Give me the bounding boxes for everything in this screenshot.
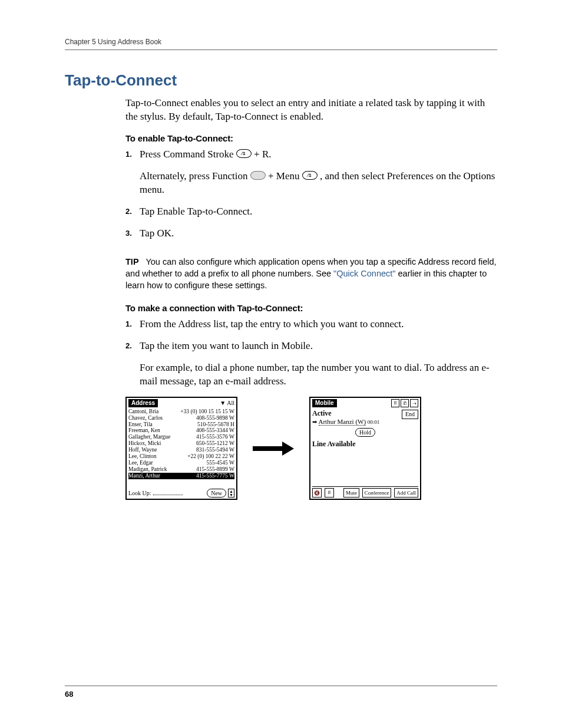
quick-connect-link[interactable]: "Quick Connect" — [333, 269, 395, 278]
conference-button[interactable]: Conference — [362, 488, 391, 498]
make-heading: To make a connection with Tap-to-Connect… — [125, 303, 497, 313]
call-timer: 00:01 — [368, 419, 380, 425]
address-row[interactable]: Gallagher, Margue415-555-3576 W — [128, 434, 234, 440]
intro-paragraph: Tap-to-Connect enables you to select an … — [125, 97, 497, 124]
address-row[interactable]: Lee, Clinton+22 (0) 100 22 22 W — [128, 453, 234, 460]
address-row[interactable]: Chavez, Carlos408-555-9898 W — [128, 415, 234, 421]
address-title: Address — [128, 399, 158, 407]
address-row[interactable]: Lee, Edgar555-4545 W — [128, 460, 234, 466]
address-row[interactable]: Hickox, Micki650-555-1212 W — [128, 440, 234, 447]
chapter-header: Chapter 5 Using Address Book — [65, 38, 497, 50]
speed-dial-icon[interactable]: ⇢ — [410, 399, 418, 407]
address-row[interactable]: Enser, Tila510-555-5678 H — [128, 421, 234, 428]
step-number: 2. — [125, 340, 140, 350]
lookup-input[interactable] — [153, 490, 183, 495]
step1-text-a: Press Command Stroke — [140, 149, 236, 160]
keypad-icon[interactable]: ⠿ — [391, 399, 399, 407]
active-caller[interactable]: Arthur Manzi (W) — [319, 418, 366, 426]
function-key-icon — [250, 171, 266, 180]
address-filter[interactable]: ▼ All — [220, 400, 234, 407]
tip-block: TIP You can also configure which applica… — [125, 256, 497, 292]
step-number: 1. — [125, 148, 140, 159]
speaker-icon[interactable]: 🔇 — [312, 488, 322, 498]
enable-step-1: 1. Press Command Stroke ⁄ꜱ + R. — [125, 148, 497, 162]
enable-alternate: Alternately, press Function + Menu ⁄ꜱ , … — [140, 170, 497, 197]
phone-icon[interactable]: ✆ — [401, 399, 409, 407]
page-number: 68 — [65, 686, 497, 699]
active-label: Active — [312, 410, 379, 418]
tip-label: TIP — [125, 257, 139, 266]
step1-text-b: + R. — [254, 149, 271, 160]
mute-button[interactable]: Mute — [343, 488, 359, 498]
lookup-label: Look Up: — [128, 490, 151, 497]
address-row[interactable]: Manzi, Arthur415-555-7775 W — [128, 473, 234, 479]
menu-key-icon: ⁄ꜱ — [302, 171, 318, 180]
end-button[interactable]: End — [402, 410, 418, 419]
make-step-1: 1. From the Address list, tap the entry … — [125, 318, 497, 331]
address-row[interactable]: Freeman, Ken408-555-3344 W — [128, 427, 234, 434]
address-row[interactable]: Hoff, Wayne831-555-5494 W — [128, 447, 234, 453]
arrow-right-icon — [253, 443, 294, 454]
enable-step-3: 3. Tap OK. — [125, 227, 497, 241]
step-number: 1. — [125, 318, 140, 328]
make-example: For example, to dial a phone number, tap… — [140, 361, 497, 388]
section-title: Tap-to-Connect — [65, 71, 497, 90]
enable-heading: To enable Tap-to-Connect: — [125, 133, 497, 143]
address-screen: Address ▼ All Cantoni, Bria+33 (0) 100 1… — [125, 397, 237, 500]
step-number: 2. — [125, 205, 140, 216]
line-available-label: Line Available — [312, 440, 418, 449]
address-row[interactable]: Madigan, Patrick415-555-8899 W — [128, 466, 234, 473]
scroll-arrows-icon[interactable]: ▲▼ — [228, 489, 234, 498]
new-button[interactable]: New — [207, 489, 226, 498]
dialpad-icon[interactable]: ⠿ — [325, 488, 334, 498]
add-call-button[interactable]: Add Call — [394, 488, 418, 498]
enable-step-2: 2. Tap Enable Tap-to-Connect. — [125, 205, 497, 219]
mobile-title: Mobile — [312, 399, 337, 407]
make-step-2: 2. Tap the item you want to launch in Mo… — [125, 340, 497, 353]
mobile-screen: Mobile ⠿ ✆ ⇢ Active ➡ Arthur Manzi (W) 0… — [309, 397, 421, 500]
address-row[interactable]: Cantoni, Bria+33 (0) 100 15 15 15 W — [128, 409, 234, 415]
command-stroke-icon: ⁄ꜱ — [236, 149, 252, 158]
hold-button[interactable]: Hold — [355, 428, 375, 437]
step-number: 3. — [125, 227, 140, 238]
